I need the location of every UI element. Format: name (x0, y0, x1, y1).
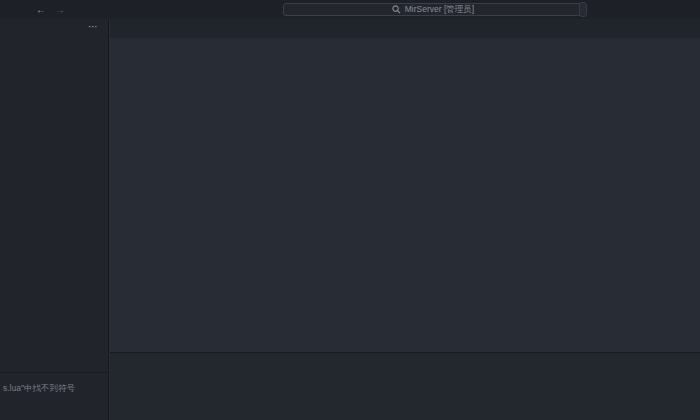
search-icon (392, 5, 401, 14)
debug-toolbar (579, 2, 587, 17)
breadcrumb[interactable] (110, 38, 700, 54)
search-label: MirServer [管理员] (405, 4, 474, 16)
panel-tabs (110, 353, 700, 372)
outline-message: s.lua"中找不到符号 (0, 373, 108, 395)
tab-bar (110, 19, 700, 38)
code-editor[interactable] (110, 54, 700, 352)
forward-arrow-icon[interactable]: → (55, 4, 65, 15)
back-arrow-icon[interactable]: ← (36, 4, 46, 15)
explorer-sidebar: ⋯ s.lua"中找不到符号 (0, 19, 109, 420)
terminal-output[interactable] (110, 372, 700, 379)
editor-group (110, 19, 700, 420)
history-nav: ← → (36, 4, 65, 15)
titlebar: ← → MirServer [管理员] (0, 0, 700, 19)
explorer-header: ⋯ (0, 19, 108, 39)
command-center-search[interactable]: MirServer [管理员] (283, 3, 583, 16)
more-actions-icon[interactable]: ⋯ (88, 21, 99, 32)
bottom-panel (110, 352, 700, 420)
outline-section: s.lua"中找不到符号 (0, 372, 108, 395)
